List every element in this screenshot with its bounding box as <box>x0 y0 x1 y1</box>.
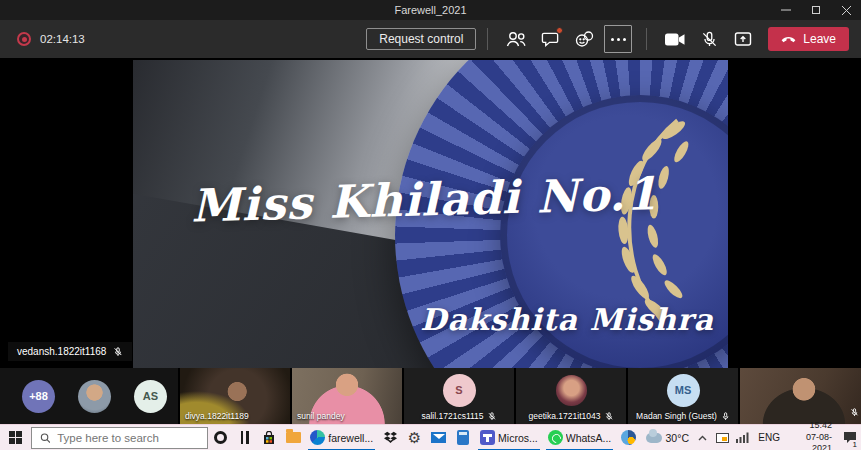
weather-temperature: 30°C <box>666 432 689 444</box>
app-settings[interactable]: ⚙ <box>402 425 426 450</box>
share-screen-icon[interactable] <box>729 25 757 53</box>
chat-icon[interactable] <box>536 25 564 53</box>
teams-icon <box>480 430 495 445</box>
participant-name: divya.1822it1189 <box>185 411 249 421</box>
tray-display-icon[interactable] <box>714 425 730 450</box>
participant-tile[interactable]: geetika.1721it1043 <box>514 368 626 424</box>
teams-meeting-window: Farewell_2021 02:14:13 Request control <box>0 0 861 450</box>
avatar-initials: S <box>443 374 476 407</box>
weather-cloud-icon <box>646 433 662 443</box>
minimize-icon[interactable] <box>771 0 801 20</box>
meeting-timer: 02:14:13 <box>40 33 85 45</box>
windows-logo-icon <box>9 431 22 444</box>
store-bag-icon <box>262 431 276 445</box>
system-tray: ENG 15:42 07-08-2021 1 <box>694 420 861 450</box>
window-controls <box>771 0 861 20</box>
leave-label: Leave <box>803 32 836 46</box>
participant-tile[interactable]: sunil pandey <box>290 368 402 424</box>
action-center-button[interactable]: 1 <box>841 425 858 450</box>
participant-name: geetika.1721it1043 <box>529 411 601 421</box>
participant-tile[interactable] <box>738 368 861 424</box>
start-button[interactable] <box>0 425 31 450</box>
hangup-icon <box>781 35 796 43</box>
request-control-button[interactable]: Request control <box>366 28 476 50</box>
calculator-icon <box>457 430 469 445</box>
toolbar-divider <box>487 28 488 50</box>
dropbox-icon <box>384 431 397 444</box>
more-actions-button[interactable] <box>604 25 632 53</box>
teams-window-label: Micros... <box>498 432 538 444</box>
app-people[interactable] <box>616 425 640 450</box>
people-app-icon <box>621 430 636 445</box>
app-microsoft-teams[interactable]: Micros... <box>475 425 543 450</box>
participant-filmstrip: +88 AS divya.1822it1189 sunil pandey S s… <box>0 368 861 424</box>
taskbar-clock[interactable]: 15:42 07-08-2021 <box>788 420 837 450</box>
meeting-toolbar: 02:14:13 Request control <box>0 20 861 58</box>
toolbar-divider <box>646 28 647 50</box>
presenter-name-label: vedansh.1822it1168 <box>8 342 132 361</box>
mic-muted-icon <box>113 347 123 357</box>
edge-icon <box>310 430 325 445</box>
search-icon <box>40 432 51 444</box>
mic-muted-icon[interactable] <box>695 25 723 53</box>
mic-muted-icon <box>850 408 859 417</box>
whatsapp-icon <box>548 430 563 445</box>
participant-tile[interactable]: S salil.1721cs1115 <box>402 368 514 424</box>
tray-network-icon[interactable] <box>734 425 750 450</box>
participant-name: sunil pandey <box>297 411 345 421</box>
language-indicator[interactable]: ENG <box>754 432 784 443</box>
app-microsoft-store[interactable] <box>257 425 281 450</box>
app-calculator[interactable] <box>451 425 475 450</box>
app-whatsapp[interactable]: WhatsA... <box>543 425 617 450</box>
window-title: Farewell_2021 <box>394 4 466 16</box>
notification-count: 1 <box>853 440 857 449</box>
overflow-count-badge[interactable]: +88 <box>22 380 55 413</box>
participant-tile[interactable]: MS Madan Singh (Guest) <box>626 368 738 424</box>
avatar-initials: MS <box>667 374 700 407</box>
presenter-name: vedansh.1822it1168 <box>17 346 106 357</box>
app-file-explorer[interactable] <box>281 425 305 450</box>
app-pinned[interactable] <box>233 425 257 450</box>
participants-icon[interactable] <box>502 25 530 53</box>
windows-taskbar: farewell... ⚙ Micros... WhatsA... 30°C <box>0 424 861 450</box>
mic-muted-icon <box>604 412 613 421</box>
close-icon[interactable] <box>831 0 861 20</box>
recording-indicator: 02:14:13 <box>17 32 85 46</box>
avatar <box>556 375 587 406</box>
window-titlebar: Farewell_2021 <box>0 0 861 20</box>
app-opera[interactable] <box>208 425 232 450</box>
chat-notification-dot <box>556 27 563 34</box>
show-hidden-icons[interactable] <box>694 425 710 450</box>
avatar[interactable] <box>78 380 111 413</box>
pause-bars-icon <box>241 431 249 444</box>
monitor-icon <box>716 433 729 443</box>
award-winner-name: Dakshita Mishra <box>420 302 714 337</box>
recording-dot-icon <box>17 32 31 46</box>
shared-slide: Miss Khiladi No.1 Dakshita Mishra <box>133 60 728 368</box>
shared-screen-stage: Miss Khiladi No.1 Dakshita Mishra vedans… <box>0 58 861 368</box>
edge-window-label: farewell... <box>328 432 373 444</box>
taskbar-search[interactable] <box>31 427 209 449</box>
app-dropbox[interactable] <box>378 425 402 450</box>
signal-bars-icon <box>736 432 749 443</box>
clock-time: 15:42 <box>793 420 832 432</box>
camera-on-icon[interactable] <box>661 25 689 53</box>
search-input[interactable] <box>57 432 199 444</box>
avatar-initials[interactable]: AS <box>134 380 167 413</box>
opera-icon <box>214 431 227 444</box>
clock-date: 07-08-2021 <box>793 432 832 450</box>
participant-name: salil.1721cs1115 <box>421 411 483 421</box>
participant-tile[interactable]: divya.1822it1189 <box>178 368 290 424</box>
restore-icon[interactable] <box>801 0 831 20</box>
whatsapp-window-label: WhatsA... <box>566 432 612 444</box>
ellipsis-icon <box>611 38 626 41</box>
laurel-icon <box>591 112 699 334</box>
taskbar-weather[interactable]: 30°C <box>641 425 694 450</box>
reactions-icon[interactable] <box>570 25 598 53</box>
app-mail[interactable] <box>427 425 451 450</box>
leave-button[interactable]: Leave <box>768 27 849 51</box>
mail-icon <box>431 432 446 443</box>
gear-icon: ⚙ <box>408 430 421 445</box>
mic-muted-icon <box>488 412 497 421</box>
app-edge-farewell[interactable]: farewell... <box>305 425 378 450</box>
